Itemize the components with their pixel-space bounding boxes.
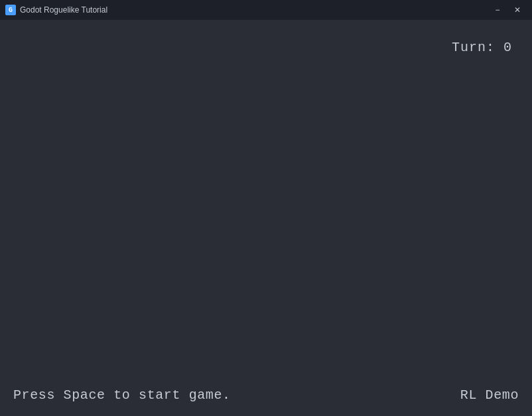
window-controls: − ✕ bbox=[488, 3, 527, 17]
window-title: Godot Roguelike Tutorial bbox=[20, 5, 107, 15]
close-button[interactable]: ✕ bbox=[508, 3, 527, 17]
press-space-label: Press Space to start game. bbox=[13, 387, 231, 403]
bottom-bar: Press Space to start game. RL Demo bbox=[0, 387, 532, 403]
title-bar: G Godot Roguelike Tutorial − ✕ bbox=[0, 0, 532, 20]
rl-demo-label: RL Demo bbox=[460, 387, 519, 403]
app-icon: G bbox=[5, 5, 16, 15]
game-area: Turn: 0 Press Space to start game. RL De… bbox=[0, 20, 532, 416]
minimize-button[interactable]: − bbox=[488, 3, 507, 17]
title-bar-left: G Godot Roguelike Tutorial bbox=[5, 5, 107, 15]
turn-counter: Turn: 0 bbox=[452, 40, 512, 55]
